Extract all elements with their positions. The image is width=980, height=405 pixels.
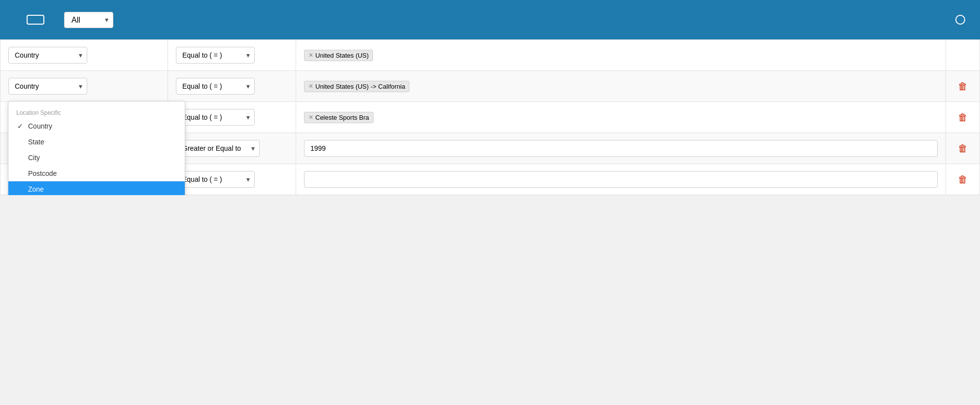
add-rule-button[interactable] (27, 15, 44, 25)
value-cell: ✕United States (US) -> California (296, 71, 946, 102)
tag-chip: ✕United States (US) (304, 50, 373, 61)
operator-select[interactable]: Greater or Equal to (176, 140, 260, 157)
dropdown-item-label: Country (28, 122, 52, 130)
dropdown-item-label: State (28, 138, 44, 146)
delete-rule-button[interactable]: 🗑 (954, 79, 972, 94)
operator-select-wrapper: Equal to ( = ) (176, 109, 255, 126)
dropdown-item-postcode[interactable]: Postcode (8, 166, 185, 181)
remove-tag-button[interactable]: ✕ (308, 52, 313, 59)
delete-rule-button[interactable]: 🗑 (954, 141, 972, 156)
main-content: Country Equal to ( = ) ✕United States (U… (0, 39, 980, 195)
operator-select[interactable]: Equal to ( = ) (176, 171, 255, 188)
match-select[interactable]: All Any (64, 12, 113, 28)
tag-label: United States (US) (315, 52, 369, 59)
value-cell: ✕Celeste Sports Bra (296, 102, 946, 133)
delete-rule-button[interactable]: 🗑 (954, 110, 972, 125)
value-cell (296, 164, 946, 195)
condition-cell: Country (0, 71, 168, 102)
dropdown-item-state[interactable]: State (8, 134, 185, 150)
delete-cell: 🗑 (946, 133, 980, 164)
operator-cell: Greater or Equal to (168, 133, 296, 164)
delete-cell (946, 40, 980, 71)
dropdown-item-label: Zone (28, 185, 44, 193)
operator-select[interactable]: Equal to ( = ) (176, 78, 255, 95)
dropdown-item-label: City (28, 154, 40, 162)
delete-cell: 🗑 (946, 71, 980, 102)
match-select-wrapper: All Any ▾ (64, 12, 113, 28)
delete-cell: 🗑 (946, 164, 980, 195)
table-row: Country Equal to ( = ) ✕United States (U… (0, 71, 980, 102)
remove-tag-button[interactable]: ✕ (308, 114, 313, 121)
dropdown-item-city[interactable]: City (8, 150, 185, 166)
tag-label: United States (US) -> California (315, 83, 405, 90)
value-cell: ✕United States (US) (296, 40, 946, 71)
checkmark-icon: ✓ (16, 122, 24, 130)
value-cell (296, 133, 946, 164)
tag-chip: ✕United States (US) -> California (304, 81, 409, 92)
dropdown-category-location: Location Specific (8, 105, 185, 118)
operator-cell: Equal to ( = ) (168, 102, 296, 133)
tag-chip: ✕Celeste Sports Bra (304, 112, 373, 123)
condition-select[interactable]: Country (8, 78, 87, 95)
delete-cell: 🗑 (946, 102, 980, 133)
dropdown-item-zone[interactable]: Zone (8, 181, 185, 195)
operator-select-wrapper: Greater or Equal to (176, 140, 260, 157)
operator-cell: Equal to ( = ) (168, 164, 296, 195)
info-icon (955, 15, 965, 25)
condition-select-wrapper: Country (8, 47, 87, 64)
operator-cell: Equal to ( = ) (168, 40, 296, 71)
condition-select-wrapper: Country (8, 78, 87, 95)
operator-select-wrapper: Equal to ( = ) (176, 78, 255, 95)
value-input[interactable] (304, 171, 938, 188)
header: All Any ▾ (0, 0, 980, 39)
operator-select-wrapper: Equal to ( = ) (176, 171, 255, 188)
condition-cell: Country (0, 40, 168, 71)
condition-dropdown: Location Specific✓CountryStateCityPostco… (8, 101, 185, 195)
tag-label: Celeste Sports Bra (315, 114, 369, 121)
view-documentation-link[interactable] (955, 15, 968, 25)
value-input[interactable] (304, 140, 938, 157)
operator-select-wrapper: Equal to ( = ) (176, 47, 255, 64)
delete-rule-button[interactable]: 🗑 (954, 172, 972, 187)
dropdown-item-label: Postcode (28, 169, 57, 177)
remove-tag-button[interactable]: ✕ (308, 83, 313, 90)
table-row: Country Equal to ( = ) ✕United States (U… (0, 40, 980, 71)
dropdown-item-country[interactable]: ✓Country (8, 118, 185, 134)
condition-select[interactable]: Country (8, 47, 87, 64)
operator-select[interactable]: Equal to ( = ) (176, 109, 255, 126)
operator-select[interactable]: Equal to ( = ) (176, 47, 255, 64)
operator-cell: Equal to ( = ) (168, 71, 296, 102)
